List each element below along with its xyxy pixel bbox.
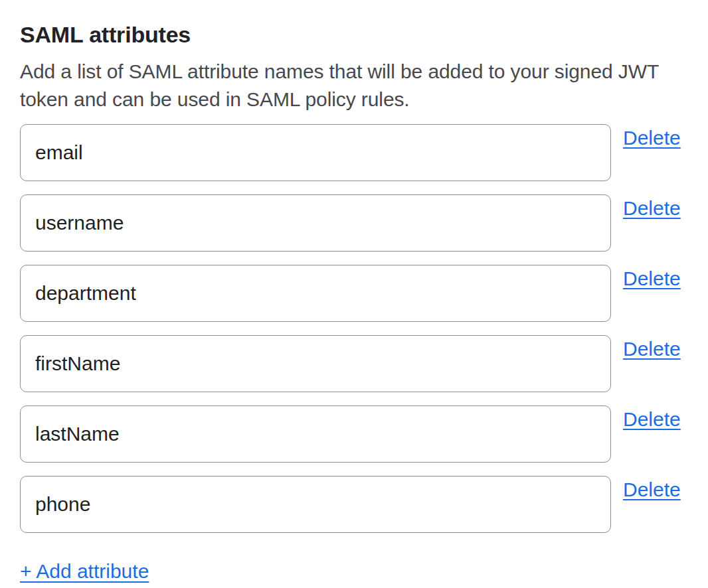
delete-attribute-link[interactable]: Delete <box>623 196 681 220</box>
section-description: Add a list of SAML attribute names that … <box>20 58 688 113</box>
delete-attribute-link[interactable]: Delete <box>623 267 681 291</box>
delete-attribute-link[interactable]: Delete <box>623 337 681 361</box>
saml-attributes-section: SAML attributes Add a list of SAML attri… <box>0 0 708 583</box>
attribute-name-input[interactable] <box>20 476 611 533</box>
attribute-row: Delete <box>20 405 688 463</box>
attribute-name-input[interactable] <box>20 194 611 252</box>
attribute-row: Delete <box>20 476 688 533</box>
attribute-name-input[interactable] <box>20 335 611 392</box>
add-attribute-link[interactable]: + Add attribute <box>20 559 149 583</box>
delete-attribute-link[interactable]: Delete <box>623 407 681 431</box>
delete-attribute-link[interactable]: Delete <box>623 126 681 150</box>
attribute-name-input[interactable] <box>20 124 611 181</box>
attribute-name-input[interactable] <box>20 265 611 322</box>
page-title: SAML attributes <box>20 21 688 48</box>
delete-attribute-link[interactable]: Delete <box>623 478 681 502</box>
attribute-name-input[interactable] <box>20 405 611 463</box>
attribute-row: Delete <box>20 335 688 392</box>
attribute-row: Delete <box>20 124 688 181</box>
attribute-row: Delete <box>20 265 688 322</box>
attribute-row: Delete <box>20 194 688 252</box>
attribute-list: Delete Delete Delete Delete Delete Delet… <box>20 124 688 546</box>
